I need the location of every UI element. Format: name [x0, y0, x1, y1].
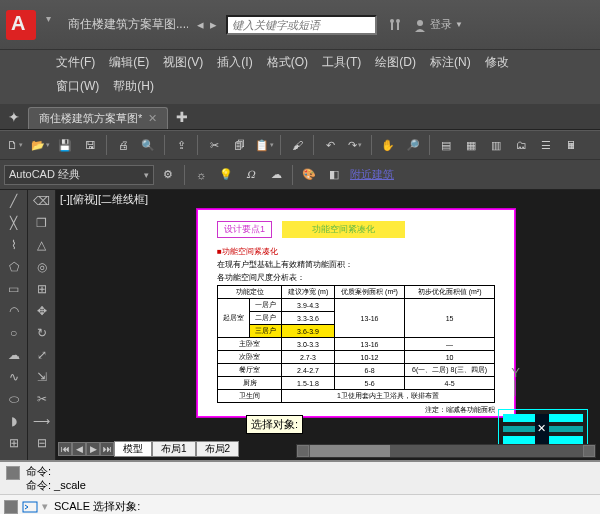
offset-tool[interactable]: ◎	[33, 258, 51, 276]
bulb-icon[interactable]: 𝛺	[240, 164, 262, 186]
sheetset-button[interactable]: 🗂	[510, 134, 532, 156]
vp-first-icon[interactable]: ⏮	[58, 442, 72, 456]
light-icon[interactable]: 💡	[215, 164, 237, 186]
viewport-label[interactable]: [-][俯视][二维线框]	[60, 192, 148, 207]
erase-tool[interactable]: ⌫	[33, 192, 51, 210]
workspace-select[interactable]: AutoCAD 经典	[4, 165, 154, 185]
file-tab-active[interactable]: 商住楼建筑方案草图* ✕	[28, 107, 168, 129]
line-tool[interactable]: ╱	[5, 192, 23, 210]
menu-tools[interactable]: 工具(T)	[322, 54, 361, 71]
cmd-close-icon[interactable]	[4, 500, 18, 514]
xline-tool[interactable]: ╳	[5, 214, 23, 232]
rect-tool[interactable]: ▭	[5, 280, 23, 298]
paste-button[interactable]: 📋	[253, 134, 275, 156]
quickcalc-button[interactable]: 🖩	[560, 134, 582, 156]
draw-toolbar: ╱ ╳ ⌇ ⬠ ▭ ◠ ○ ☁ ∿ ⬭ ◗ ⊞	[0, 190, 28, 460]
tab-layout1[interactable]: 布局1	[152, 441, 196, 457]
app-logo-icon[interactable]	[6, 10, 36, 40]
pline-tool[interactable]: ⌇	[5, 236, 23, 254]
saveas-button[interactable]: 🖫	[79, 134, 101, 156]
embedded-image-sheet[interactable]: 设计要点1 功能空间紧凑化 ■功能空间紧凑化 在现有户型基础上有效精简功能面积：…	[196, 208, 516, 418]
command-input-text[interactable]: SCALE 选择对象:	[52, 497, 596, 514]
cloud-icon[interactable]: ☁	[265, 164, 287, 186]
tab-model[interactable]: 模型	[114, 441, 152, 457]
insert-tool[interactable]: ⊞	[5, 434, 23, 452]
toolpalette-button[interactable]: ▥	[485, 134, 507, 156]
close-tab-icon[interactable]: ✕	[148, 112, 157, 125]
command-line[interactable]: ▾ SCALE 选择对象:	[0, 495, 600, 514]
undo-button[interactable]: ↶	[319, 134, 341, 156]
save-button[interactable]: 💾	[54, 134, 76, 156]
render-icon[interactable]: 🎨	[298, 164, 320, 186]
redo-button[interactable]: ↷	[344, 134, 366, 156]
login-button[interactable]: 登录 ▼	[413, 17, 463, 32]
break-tool[interactable]: ⊟	[33, 434, 51, 452]
arc-tool[interactable]: ◠	[5, 302, 23, 320]
copy-tool[interactable]: ❐	[33, 214, 51, 232]
qat-next-icon[interactable]: ▸	[210, 17, 217, 32]
svg-point-3	[396, 19, 400, 23]
ellipsearc-tool[interactable]: ◗	[5, 412, 23, 430]
array-tool[interactable]: ⊞	[33, 280, 51, 298]
menu-file[interactable]: 文件(F)	[56, 54, 95, 71]
copy-button[interactable]: 🗐	[228, 134, 250, 156]
menu-draw[interactable]: 绘图(D)	[375, 54, 416, 71]
stretch-tool[interactable]: ⇲	[33, 368, 51, 386]
qat-prev-icon[interactable]: ◂	[197, 17, 204, 32]
open-button[interactable]: 📂	[29, 134, 51, 156]
trim-tool[interactable]: ✂	[33, 390, 51, 408]
cut-button[interactable]: ✂	[203, 134, 225, 156]
viewport-tabbar: ⏮ ◀ ▶ ⏭ 模型 布局1 布局2	[58, 440, 239, 458]
menu-format[interactable]: 格式(O)	[267, 54, 308, 71]
menu-dim[interactable]: 标注(N)	[430, 54, 471, 71]
revcloud-tool[interactable]: ☁	[5, 346, 23, 364]
ellipse-tool[interactable]: ⬭	[5, 390, 23, 408]
menu-insert[interactable]: 插入(I)	[217, 54, 252, 71]
publish-button[interactable]: ⇪	[170, 134, 192, 156]
search-input[interactable]	[226, 15, 377, 35]
properties-button[interactable]: ▤	[435, 134, 457, 156]
extend-tool[interactable]: ⟶	[33, 412, 51, 430]
vp-prev-icon[interactable]: ◀	[72, 442, 86, 456]
spline-tool[interactable]: ∿	[5, 368, 23, 386]
scroll-left-icon[interactable]	[297, 445, 309, 457]
new-tab-button[interactable]: ✦	[4, 109, 24, 129]
vp-last-icon[interactable]: ⏭	[100, 442, 114, 456]
plot-button[interactable]: 🖨	[112, 134, 134, 156]
scroll-right-icon[interactable]	[583, 445, 595, 457]
vp-next-icon[interactable]: ▶	[86, 442, 100, 456]
menu-help[interactable]: 帮助(H)	[113, 78, 154, 95]
move-tool[interactable]: ✥	[33, 302, 51, 320]
workspace-settings-icon[interactable]: ⚙	[157, 164, 179, 186]
svg-point-2	[390, 19, 394, 23]
tab-layout2[interactable]: 布局2	[196, 441, 240, 457]
scroll-thumb[interactable]	[310, 445, 390, 457]
zoom-button[interactable]: 🔎	[402, 134, 424, 156]
add-tab-icon[interactable]: ✚	[172, 109, 192, 129]
circle-tool[interactable]: ○	[5, 324, 23, 342]
visualstyle-icon[interactable]: ◧	[323, 164, 345, 186]
mirror-tool[interactable]: △	[33, 236, 51, 254]
horizontal-scrollbar[interactable]	[296, 444, 596, 458]
drawing-canvas[interactable]: [-][俯视][二维线框] 设计要点1 功能空间紧凑化 ■功能空间紧凑化 在现有…	[56, 190, 600, 460]
new-button[interactable]: 🗋	[4, 134, 26, 156]
preview-button[interactable]: 🔍	[137, 134, 159, 156]
pan-button[interactable]: ✋	[377, 134, 399, 156]
menu-view[interactable]: 视图(V)	[163, 54, 203, 71]
app-menu-dropdown[interactable]	[46, 12, 56, 38]
cmd-history-handle[interactable]	[6, 466, 20, 480]
designcenter-button[interactable]: ▦	[460, 134, 482, 156]
command-history[interactable]: 命令: 命令: _scale	[0, 462, 600, 495]
menu-modify[interactable]: 修改	[485, 54, 509, 71]
markup-button[interactable]: ☰	[535, 134, 557, 156]
rotate-tool[interactable]: ↻	[33, 324, 51, 342]
matchprop-button[interactable]: 🖌	[286, 134, 308, 156]
command-prompt-icon[interactable]	[22, 499, 38, 515]
infocenter-search-icon[interactable]	[386, 15, 406, 35]
polygon-tool[interactable]: ⬠	[5, 258, 23, 276]
scale-tool[interactable]: ⤢	[33, 346, 51, 364]
menu-edit[interactable]: 编辑(E)	[109, 54, 149, 71]
menu-window[interactable]: 窗口(W)	[56, 78, 99, 95]
sun-icon[interactable]: ☼	[190, 164, 212, 186]
nearby-link[interactable]: 附近建筑	[350, 167, 394, 182]
